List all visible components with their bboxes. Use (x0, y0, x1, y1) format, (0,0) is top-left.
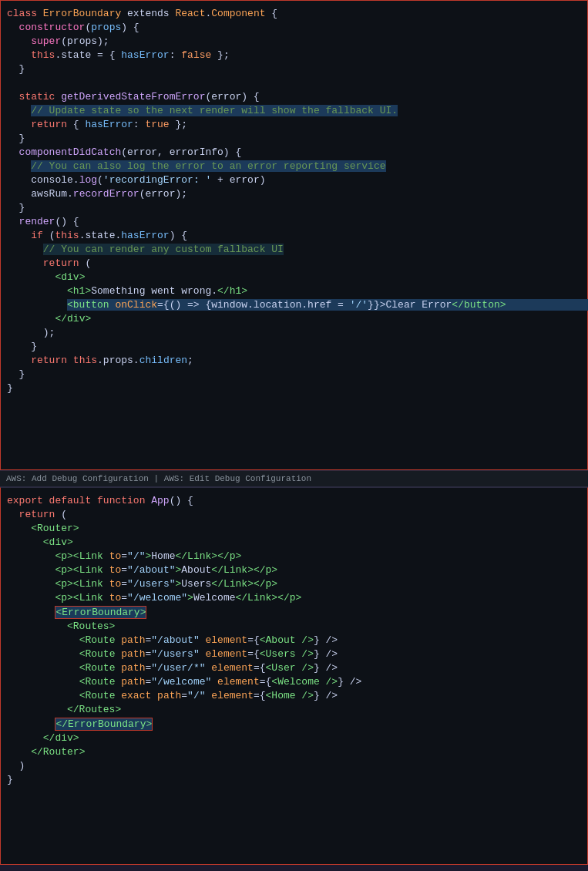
code-line: <Route path="/user/*" element={<User />}… (1, 661, 587, 675)
code-line: </div> (1, 731, 587, 745)
top-code-panel: class ErrorBoundary extends React.Compon… (0, 0, 588, 470)
code-line: ); (1, 326, 587, 340)
code-line: } (1, 201, 587, 215)
code-line: <h1>Something went wrong.</h1> (1, 284, 587, 298)
code-line: <ErrorBoundary> (1, 605, 587, 620)
code-line: } (1, 132, 587, 146)
code-line: <Route exact path="/" element={<Home />}… (1, 689, 587, 703)
code-line: // Update state so the next render will … (1, 104, 587, 118)
code-line: if (this.state.hasError) { (1, 229, 587, 243)
code-line (1, 76, 587, 90)
code-line: </ErrorBoundary> (1, 717, 587, 731)
debug-config-label: AWS: Add Debug Configuration | AWS: Edit… (6, 474, 311, 483)
code-line: } (1, 340, 587, 354)
code-line: // You can render any custom fallback UI (1, 243, 587, 257)
code-line: return ( (1, 508, 587, 522)
code-line: <p><Link to="/about">About</Link></p> (1, 563, 587, 577)
code-line: render() { (1, 215, 587, 229)
code-line: return ( (1, 257, 587, 271)
code-line: } (1, 773, 587, 787)
code-line: </div> (1, 312, 587, 326)
code-line: awsRum.recordError(error); (1, 187, 587, 201)
debug-config-bar[interactable]: AWS: Add Debug Configuration | AWS: Edit… (0, 470, 588, 487)
code-line: <Route path="/welcome" element={<Welcome… (1, 675, 587, 689)
code-line: this.state = { hasError: false }; (1, 49, 587, 62)
code-line: <p><Link to="/users">Users</Link></p> (1, 577, 587, 591)
code-line: componentDidCatch(error, errorInfo) { (1, 146, 587, 160)
code-line: super(props); (1, 35, 587, 49)
code-line: // You can also log the error to an erro… (1, 160, 587, 173)
code-line: <Routes> (1, 620, 587, 634)
code-line: static getDerivedStateFromError(error) { (1, 90, 587, 104)
code-line: <p><Link to="/">Home</Link></p> (1, 550, 587, 563)
code-editor: class ErrorBoundary extends React.Compon… (0, 0, 588, 865)
code-line: } (1, 368, 587, 382)
code-line: class ErrorBoundary extends React.Compon… (1, 7, 587, 21)
code-line: return { hasError: true }; (1, 118, 587, 132)
code-line: <Router> (1, 522, 587, 536)
code-line: return this.props.children; (1, 354, 587, 368)
code-line: <button onClick={() => {window.location.… (1, 298, 587, 312)
code-line: </Router> (1, 745, 587, 759)
code-line: } (1, 62, 587, 76)
code-line: <p><Link to="/welcome">Welcome</Link></p… (1, 591, 587, 605)
code-line: export default function App() { (1, 494, 587, 508)
code-line: console.log('recordingError: ' + error) (1, 173, 587, 187)
code-line: </Routes> (1, 703, 587, 717)
code-line: constructor(props) { (1, 21, 587, 35)
code-line: <Route path="/about" element={<About />}… (1, 634, 587, 647)
code-line: } (1, 382, 587, 395)
code-line: <Route path="/users" element={<Users />}… (1, 647, 587, 661)
code-line: <div> (1, 271, 587, 284)
code-line: <div> (1, 536, 587, 550)
code-line: ) (1, 759, 587, 773)
bottom-code-panel: export default function App() { return (… (0, 487, 588, 865)
